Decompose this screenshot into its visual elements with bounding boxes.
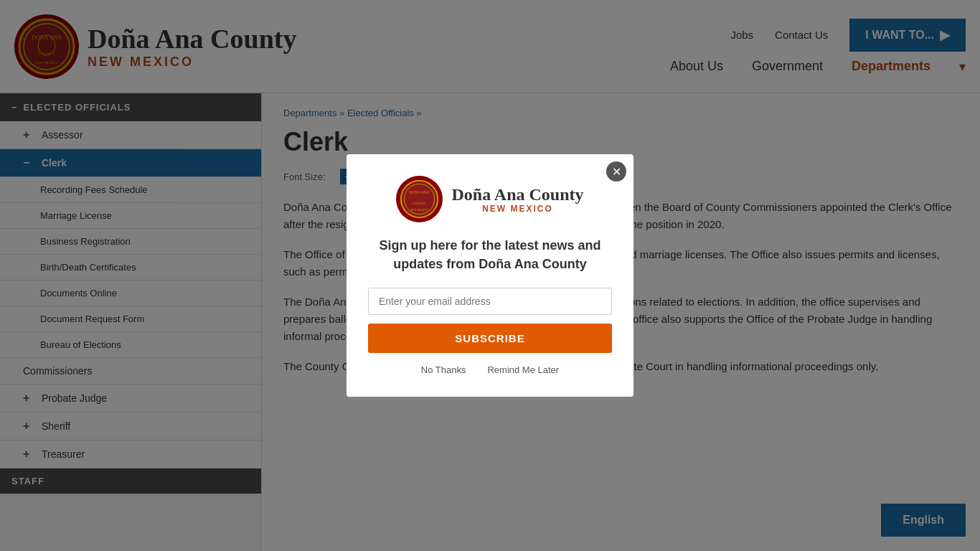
modal-logo-subtitle: NEW MEXICO	[451, 204, 583, 214]
email-input[interactable]	[368, 288, 612, 315]
modal-logo-title: Doña Ana County	[451, 185, 583, 204]
modal-logo-circle: DONA ANA COUNTY NEW MEXICO	[396, 176, 443, 222]
no-thanks-link[interactable]: No Thanks	[421, 364, 466, 375]
modal-overlay[interactable]: ✕ DONA ANA COUNTY NEW MEXICO Doña Ana Co…	[0, 0, 980, 551]
subscribe-button[interactable]: SUBSCRIBE	[368, 324, 612, 353]
modal-title: Sign up here for the latest news and upd…	[368, 237, 612, 273]
remind-later-link[interactable]: Remind Me Later	[487, 364, 559, 375]
modal-logo: DONA ANA COUNTY NEW MEXICO Doña Ana Coun…	[368, 176, 612, 222]
svg-point-6	[401, 181, 438, 217]
svg-text:NEW MEXICO: NEW MEXICO	[411, 209, 428, 212]
svg-text:DONA ANA: DONA ANA	[410, 190, 430, 194]
newsletter-modal: ✕ DONA ANA COUNTY NEW MEXICO Doña Ana Co…	[347, 154, 633, 396]
modal-footer: No Thanks Remind Me Later	[368, 364, 612, 375]
modal-logo-text-block: Doña Ana County NEW MEXICO	[451, 185, 583, 214]
modal-close-button[interactable]: ✕	[606, 161, 626, 182]
svg-text:COUNTY: COUNTY	[413, 202, 427, 205]
